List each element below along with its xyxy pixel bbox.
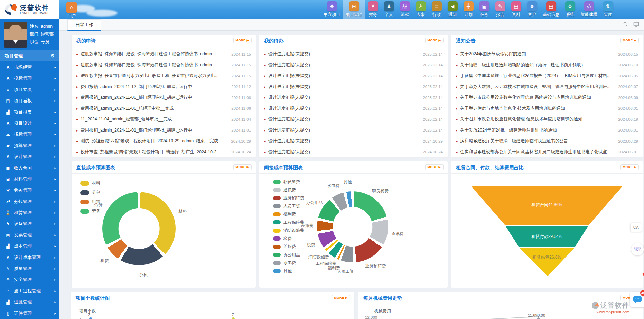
legend-item[interactable]: 材料 <box>80 178 100 188</box>
sidebar-item-设备管理[interactable]: ϟ设备管理▸ <box>0 218 59 229</box>
nav-item-portal[interactable]: ⌂ 门户 <box>62 1 81 19</box>
list-item[interactable]: ▸费用报销_admin_2024-11-06_总经理审批__完成2024.11.… <box>76 103 251 114</box>
sidebar-item-劳务管理[interactable]: Ψ劳务管理▸ <box>0 185 59 196</box>
nav-item-系统[interactable]: ⚙系统 <box>562 0 578 19</box>
legend-item[interactable]: 税费 <box>273 235 304 243</box>
list-item[interactable]: ▸11_2024-11-04_admin_经营部_领导审批__完成2024.11… <box>76 114 251 125</box>
list-item[interactable]: ▸设计进度汇报(未提交)2025.02.14 <box>264 70 443 81</box>
sidebar-item-分包管理[interactable]: x²分包管理▸ <box>0 196 59 207</box>
list-item[interactable]: ▸关于举办大数据、云计算技术在城市建设、规划、管理与服务中的应用培训班...20… <box>456 81 638 93</box>
legend-item[interactable]: 水电费 <box>273 259 304 267</box>
list-item[interactable]: ▸设计进度汇报(未提交)2025.02.14 <box>264 49 443 60</box>
nav-item-计划[interactable]: ╫计划 <box>460 0 476 19</box>
legend-item[interactable]: 职员餐费 <box>273 178 304 186</box>
list-item[interactable]: ▸设计进度汇报(未提交)2025.02.14 <box>264 103 443 114</box>
gear-icon[interactable]: ⚙ <box>50 50 55 61</box>
list-item[interactable]: ▸测试_彭祖新城“四馆”景观工程设计项目_2024-10-29_admin_结束… <box>76 136 251 147</box>
nav-item-任务[interactable]: ▣任务 <box>476 0 492 19</box>
nav-item-资料[interactable]: ▤资料 <box>508 0 524 19</box>
legend-item[interactable]: 工程保险费 <box>273 219 304 227</box>
list-item[interactable]: ▸于征集《中国建筑施工行业信息化发展报告（2024）—BIM应用与发展》材料..… <box>456 70 638 81</box>
data-point[interactable] <box>537 317 540 319</box>
nav-item-管理[interactable]: ⇅管理 <box>600 0 616 19</box>
list-item[interactable]: ▸设计进度汇报(未提交)2024.10.24 <box>264 147 443 157</box>
legend-item[interactable]: 通讯费 <box>273 186 304 194</box>
tab-daily-work[interactable]: 日常工作 <box>67 19 101 31</box>
list-item[interactable]: ▸住房和城乡建设部办公厅关于同意吉林省开展二级建造师注册证书电子化试点...20… <box>456 147 638 157</box>
list-item[interactable]: ▸关于2024年国庆节放假安排的通知2024.06.15 <box>456 49 638 60</box>
more-button[interactable]: MORE ▶ <box>233 38 252 43</box>
sidebar-item-质量管理[interactable]: ✎质量管理▸ <box>0 263 59 274</box>
list-item[interactable]: ▸关于领取一级注册建造师增项贴的通知（须持一建证书前来领取）2024.06.10 <box>456 60 638 71</box>
list-item[interactable]: ▸设计进度汇报(未提交)2025.02.14 <box>264 125 443 136</box>
ca-floating-button[interactable]: CA <box>631 223 642 232</box>
legend-item[interactable]: 业务招待费 <box>273 194 304 202</box>
more-button[interactable]: MORE ▶ <box>425 164 444 170</box>
list-item[interactable]: ▸关于发放2024年第24批一级建造师注册证书的通知2024.06.01 <box>456 125 638 136</box>
legend-item[interactable]: 分包 <box>80 188 100 197</box>
nav-item-个人[interactable]: ♟个人 <box>381 0 397 19</box>
indirect-cost-donut-chart[interactable] <box>317 191 388 262</box>
more-button[interactable]: MORE ▶ <box>425 38 444 43</box>
nav-item-流程[interactable]: 品流程 <box>397 0 413 19</box>
list-item[interactable]: ▸进度款申报_珠海鹤港口建设_珠海鹤港口建设工程合作协议书_admin_...2… <box>76 60 251 71</box>
more-button[interactable]: MORE ▶ <box>620 164 639 170</box>
list-item[interactable]: ▸设计进度汇报(未提交)2025.02.14 <box>264 92 443 103</box>
phone-support-icon[interactable]: ☏ <box>631 243 644 255</box>
nav-item-甲方项目[interactable]: ❖甲方项目 <box>321 0 343 19</box>
list-item[interactable]: ▸设计进度汇报(未提交)2025.02.14 <box>264 114 443 125</box>
sidebar-item-租赁管理[interactable]: ⌛租赁管理▸ <box>0 207 59 218</box>
legend-item[interactable]: 劳务 <box>80 206 100 216</box>
direct-cost-donut-chart[interactable] <box>102 192 176 265</box>
nav-item-基础信息[interactable]: ▤基础信息 <box>540 0 562 19</box>
sidebar-item-设计成本管理[interactable]: A设计成本管理▸ <box>0 252 59 263</box>
sidebar-item-设计管理[interactable]: A设计管理▸ <box>0 151 59 162</box>
list-item[interactable]: ▸费用报销_admin_2024-11-06_部门经理审批_胡建,_运行中202… <box>76 92 251 103</box>
more-button[interactable]: MORE ▶ <box>332 295 350 300</box>
list-item[interactable]: ▸房和城乡建设厅关于取消二级建造师临时执业证书的公告2023.08.29 <box>456 136 638 147</box>
sidebar-item-项目看板[interactable]: ▤项目看板▸ <box>0 95 59 106</box>
list-item[interactable]: ▸设计审查_彭祖新城“四馆”景观工程设计项目_请选择_胡广生_2024-10-2… <box>76 147 251 157</box>
sidebar-item-施工过程管理[interactable]: ◔施工过程管理▸ <box>0 286 59 297</box>
key-icon[interactable] <box>623 22 628 27</box>
data-point[interactable] <box>232 317 235 319</box>
sidebar-item-预算管理[interactable]: ▰预算管理▸ <box>0 140 59 151</box>
nav-item-智能建模[interactable]: ‹/›智能建模 <box>578 0 600 19</box>
sidebar-item-项目设计[interactable]: A项目设计▸ <box>0 118 59 129</box>
list-item[interactable]: ▸费用报销_admin_2024-11-12_部门经理审批_胡建,_运行中202… <box>76 81 251 93</box>
sidebar-item-项目报表[interactable]: ▟项目报表▸ <box>0 107 59 118</box>
legend-item[interactable]: 消防设施费 <box>273 226 304 235</box>
sidebar-item-成本管理[interactable]: ▟成本管理▸ <box>0 241 59 252</box>
sidebar-item-招标管理[interactable]: ☁招标管理▸ <box>0 129 59 140</box>
nav-item-财务[interactable]: ¥财务 <box>365 0 381 19</box>
legend-item[interactable]: 差旅费 <box>273 243 304 251</box>
avatar[interactable] <box>4 22 27 48</box>
legend-item[interactable]: 福利费 <box>273 210 304 219</box>
sidebar-item-发票管理[interactable]: ▤发票管理▸ <box>0 230 59 241</box>
legend-item[interactable]: 办公用品 <box>273 251 304 259</box>
sidebar-item-收入合同[interactable]: ▣收入合同▸ <box>0 163 59 174</box>
list-item[interactable]: ▸费用报销_admin_2024-11-01_部门经理审批_胡建,_运行中202… <box>76 125 251 136</box>
list-item[interactable]: ▸关于召开市政公用设施智慧化管理 信息技术与应用培训班的通知2024.06.19 <box>456 114 638 125</box>
list-item[interactable]: ▸关于举办市政公用设施数字化管理信息 系统建设与应用培训班的通知2024.06.… <box>456 92 638 103</box>
rental-funnel-chart[interactable]: 租赁合同44.36%租赁付款29.04%租赁结算26.6% <box>471 186 623 276</box>
sidebar-item-投标管理[interactable]: A投标管理▸ <box>0 73 59 84</box>
nav-item-客户[interactable]: ☻客户 <box>524 0 540 19</box>
legend-item[interactable]: 人员工资 <box>273 202 304 211</box>
list-item[interactable]: ▸设计进度汇报(未提交)2025.02.14 <box>264 81 443 93</box>
sidebar-item-项目立项[interactable]: ≡项目立项▸ <box>0 84 59 95</box>
sidebar-item-安全管理[interactable]: ☂安全管理▸ <box>0 274 59 285</box>
monitor-icon[interactable] <box>633 22 639 27</box>
legend-item[interactable]: 其他 <box>273 267 304 276</box>
list-item[interactable]: ▸进度款申报_珠海鹤港口建设_珠海鹤港口建设工程合作协议书_admin_...2… <box>76 49 251 60</box>
list-item[interactable]: ▸关于举办住房与房地产信息化 技术及应用培训班的通知2024.06.01 <box>456 103 638 114</box>
more-button[interactable]: MORE ▶ <box>620 38 639 43</box>
nav-item-报告[interactable]: ✎报告 <box>492 0 508 19</box>
sidebar-item-证件管理[interactable]: ▯证件管理▸ <box>0 308 59 319</box>
nav-item-项目管理[interactable]: ⊞项目管理 <box>343 0 365 19</box>
sidebar-item-进度管理[interactable]: ▟进度管理▸ <box>0 297 59 308</box>
sidebar-item-材料管理[interactable]: ⊞材料管理▸ <box>0 174 59 185</box>
nav-item-通知[interactable]: ◀通知 <box>445 0 460 19</box>
list-item[interactable]: ▸设计进度汇报(未提交)2024.10.29 <box>264 136 443 147</box>
nav-item-人事[interactable]: ♙人事 <box>413 0 429 19</box>
